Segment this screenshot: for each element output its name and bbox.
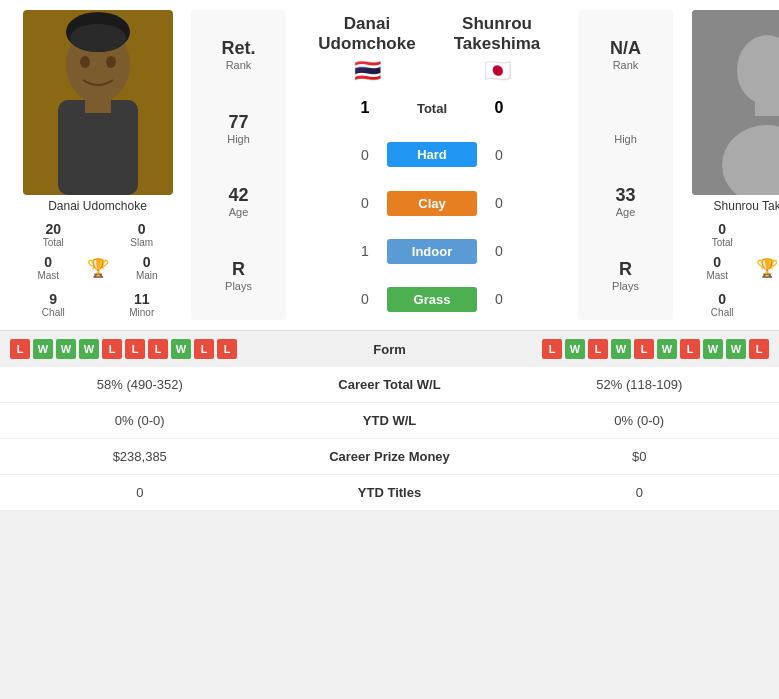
left-mast-cell: 0 Mast: [10, 252, 87, 283]
stats-value-left: 0: [0, 485, 280, 500]
clay-row: 0 Clay 0: [292, 191, 572, 216]
form-badge-w: W: [611, 339, 631, 359]
left-player-photo: [23, 10, 173, 195]
right-age-label: Age: [615, 206, 635, 218]
stats-row: $238,385Career Prize Money$0: [0, 439, 779, 475]
left-chall-cell: 9 Chall: [10, 289, 97, 320]
right-slam-label: Slam: [768, 237, 780, 248]
right-high-stat: High: [614, 112, 637, 145]
form-badge-l: L: [148, 339, 168, 359]
form-badge-l: L: [217, 339, 237, 359]
form-badge-w: W: [726, 339, 746, 359]
form-badges-left: LWWWLLLWLL: [10, 339, 352, 359]
left-age-stat: 42 Age: [228, 185, 248, 218]
form-badge-l: L: [542, 339, 562, 359]
left-minor-label: Minor: [99, 307, 186, 318]
right-plays-label: Plays: [612, 280, 639, 292]
indoor-button[interactable]: Indoor: [387, 239, 477, 264]
left-total-label: Total: [10, 237, 97, 248]
stats-row-label: Career Total W/L: [280, 377, 500, 392]
left-trophy-row: 0 Mast 🏆 0 Main: [10, 252, 185, 283]
career-stats-section: 58% (490-352)Career Total W/L52% (118-10…: [0, 367, 779, 511]
left-chall-label: Chall: [10, 307, 97, 318]
right-flag: 🇯🇵: [432, 58, 562, 84]
total-label: Total: [387, 101, 477, 116]
right-slam-cell: 0 Slam: [768, 219, 780, 250]
grass-score-left: 0: [351, 291, 379, 307]
stats-row-label: YTD W/L: [280, 413, 500, 428]
left-player-name: Danai Udomchoke: [48, 199, 147, 213]
right-center-panel: N/A Rank High 33 Age R Plays: [578, 10, 673, 320]
left-total-cell: 20 Total: [10, 219, 97, 250]
grass-row: 0 Grass 0: [292, 287, 572, 312]
right-chall-label: Chall: [679, 307, 766, 318]
stats-value-right: 0: [500, 485, 780, 500]
right-mast-label: Mast: [679, 270, 756, 281]
main-top-section: Danai Udomchoke 20 Total 0 Slam 0 Mast 🏆: [0, 0, 779, 330]
left-header-name-line2: Udomchoke: [302, 34, 432, 54]
stats-value-right: 52% (118-109): [500, 377, 780, 392]
right-plays-stat: R Plays: [612, 259, 639, 292]
player-names-row: Danai Udomchoke 🇹🇭 Shunrou Takeshima 🇯🇵: [292, 14, 572, 84]
hard-row: 0 Hard 0: [292, 142, 572, 167]
left-trophy-icon: 🏆: [87, 257, 109, 279]
right-plays-value: R: [612, 259, 639, 280]
svg-point-4: [106, 56, 116, 68]
left-chall-value: 9: [10, 291, 97, 307]
left-high-stat: 77 High: [227, 112, 250, 145]
clay-score-right: 0: [485, 195, 513, 211]
right-rank-stat: N/A Rank: [610, 38, 641, 71]
clay-score-left: 0: [351, 195, 379, 211]
right-player-header: Shunrou Takeshima 🇯🇵: [432, 14, 562, 84]
form-badge-l: L: [125, 339, 145, 359]
hard-button[interactable]: Hard: [387, 142, 477, 167]
stats-row: 58% (490-352)Career Total W/L52% (118-10…: [0, 367, 779, 403]
right-minor-label: Minor: [768, 307, 780, 318]
left-rank-value: Ret.: [221, 38, 255, 59]
grass-button[interactable]: Grass: [387, 287, 477, 312]
stats-value-left: 58% (490-352): [0, 377, 280, 392]
form-section: LWWWLLLWLL Form LWLWLWLWWL: [0, 330, 779, 367]
right-high-label: High: [614, 133, 637, 145]
left-player-card: Danai Udomchoke 20 Total 0 Slam 0 Mast 🏆: [10, 10, 185, 320]
left-total-value: 20: [10, 221, 97, 237]
left-player-header: Danai Udomchoke 🇹🇭: [302, 14, 432, 84]
left-rank-label: Rank: [221, 59, 255, 71]
form-badge-w: W: [703, 339, 723, 359]
right-player-name: Shunrou Takeshima: [714, 199, 779, 213]
right-total-label: Total: [679, 237, 766, 248]
right-stats-grid: 0 Total 0 Slam: [679, 219, 779, 250]
form-badge-w: W: [171, 339, 191, 359]
form-badge-l: L: [680, 339, 700, 359]
clay-button[interactable]: Clay: [387, 191, 477, 216]
right-total-value: 0: [679, 221, 766, 237]
left-slam-cell: 0 Slam: [99, 219, 186, 250]
stats-value-right: $0: [500, 449, 780, 464]
indoor-row: 1 Indoor 0: [292, 239, 572, 264]
form-badge-w: W: [79, 339, 99, 359]
right-player-card: Shunrou Takeshima 0 Total 0 Slam 0 Mast …: [679, 10, 779, 320]
left-plays-label: Plays: [225, 280, 252, 292]
right-trophy-row: 0 Mast 🏆 0 Main: [679, 252, 779, 283]
total-row: 1 Total 0: [292, 99, 572, 117]
stats-row: 0% (0-0)YTD W/L0% (0-0): [0, 403, 779, 439]
left-high-value: 77: [227, 112, 250, 133]
left-minor-cell: 11 Minor: [99, 289, 186, 320]
right-chall-value: 0: [679, 291, 766, 307]
left-header-name-line1: Danai: [302, 14, 432, 34]
stats-value-right: 0% (0-0): [500, 413, 780, 428]
right-header-name-line1: Shunrou: [432, 14, 562, 34]
left-challminor-grid: 9 Chall 11 Minor: [10, 289, 185, 320]
hard-score-right: 0: [485, 147, 513, 163]
right-slam-value: 0: [768, 221, 780, 237]
form-badge-l: L: [10, 339, 30, 359]
svg-rect-10: [755, 98, 779, 116]
left-high-label: High: [227, 133, 250, 145]
right-age-value: 33: [615, 185, 635, 206]
left-plays-stat: R Plays: [225, 259, 252, 292]
indoor-score-right: 0: [485, 243, 513, 259]
grass-score-right: 0: [485, 291, 513, 307]
right-challminor-grid: 0 Chall 0 Minor: [679, 289, 779, 320]
form-badge-l: L: [749, 339, 769, 359]
form-badge-l: L: [194, 339, 214, 359]
